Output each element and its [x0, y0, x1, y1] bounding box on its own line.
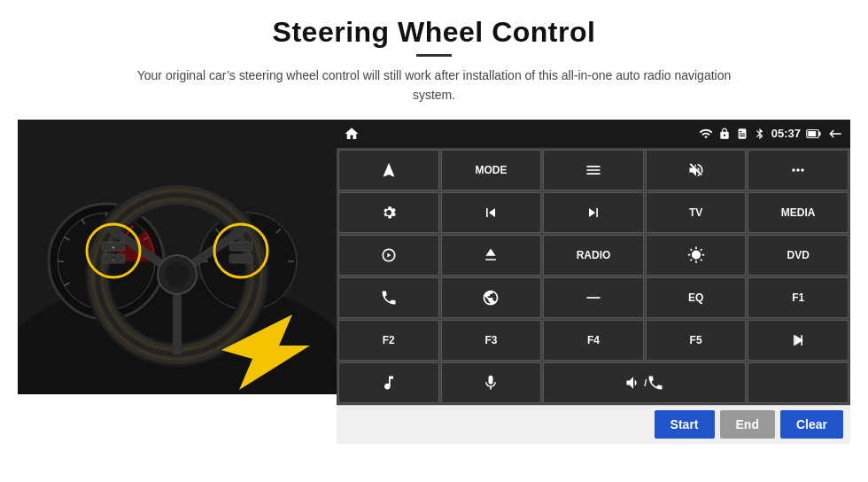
battery-icon	[806, 128, 822, 140]
svg-point-27	[165, 262, 190, 287]
btn-settings[interactable]	[338, 192, 439, 233]
btn-apps[interactable]	[748, 150, 849, 190]
sim-icon	[736, 128, 748, 140]
btn-f3[interactable]: F3	[441, 320, 542, 361]
back-icon	[827, 126, 843, 142]
btn-f5[interactable]: F5	[646, 320, 747, 361]
lock-icon	[718, 128, 731, 140]
btn-f1[interactable]: F1	[748, 277, 849, 318]
car-image: + -	[18, 120, 337, 394]
btn-brightness[interactable]	[646, 235, 747, 276]
btn-swirl[interactable]	[441, 277, 542, 318]
btn-eject[interactable]	[441, 235, 542, 276]
btn-playpause[interactable]	[748, 320, 849, 361]
title-divider	[416, 54, 452, 57]
btn-mute[interactable]	[646, 150, 747, 190]
btn-f2[interactable]: F2	[338, 320, 439, 361]
btn-media[interactable]: MEDIA	[748, 192, 849, 233]
page-title: Steering Wheel Control	[273, 16, 596, 49]
content-row: + -	[18, 120, 850, 444]
btn-eq[interactable]: EQ	[646, 277, 747, 318]
btn-dash[interactable]	[543, 277, 644, 318]
bottom-bar: Start End Clear	[337, 405, 850, 444]
btn-prev[interactable]	[441, 192, 542, 233]
btn-360[interactable]	[338, 235, 439, 276]
svg-text:+: +	[112, 245, 115, 250]
status-bar: 05:37	[337, 120, 850, 148]
btn-dvd[interactable]: DVD	[748, 235, 849, 276]
btn-vol-phone[interactable]: /	[543, 362, 746, 403]
svg-rect-39	[818, 132, 820, 136]
btn-nav[interactable]	[338, 150, 439, 190]
radio-panel: 05:37 MODE	[337, 120, 850, 444]
bluetooth-icon	[754, 128, 766, 140]
status-right: 05:37	[699, 126, 843, 142]
end-button[interactable]: End	[720, 410, 775, 439]
btn-empty1	[748, 362, 849, 403]
page-container: Steering Wheel Control Your original car…	[0, 0, 868, 482]
btn-radio[interactable]: RADIO	[543, 235, 644, 276]
btn-f4[interactable]: F4	[543, 320, 644, 361]
status-left	[344, 126, 360, 142]
btn-tv[interactable]: TV	[646, 192, 747, 233]
btn-music[interactable]	[338, 362, 439, 403]
svg-rect-40	[586, 297, 600, 299]
svg-text:-: -	[112, 257, 114, 262]
svg-rect-35	[229, 254, 252, 263]
btn-phone[interactable]	[338, 277, 439, 318]
svg-rect-38	[808, 131, 816, 136]
clear-button[interactable]: Clear	[780, 410, 843, 439]
svg-rect-34	[229, 242, 252, 251]
page-subtitle: Your original car’s steering wheel contr…	[133, 66, 735, 105]
button-grid: MODE	[337, 148, 850, 405]
status-time: 05:37	[771, 127, 801, 140]
home-icon	[344, 126, 360, 142]
wifi-icon	[699, 127, 713, 141]
start-button[interactable]: Start	[655, 410, 715, 439]
btn-mic[interactable]	[441, 362, 542, 403]
btn-menu[interactable]	[543, 150, 644, 190]
btn-next[interactable]	[543, 192, 644, 233]
btn-mode[interactable]: MODE	[441, 150, 542, 190]
